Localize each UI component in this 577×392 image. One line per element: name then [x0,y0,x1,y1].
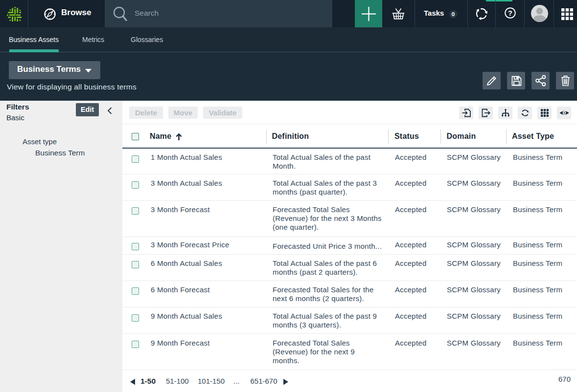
svg-text:?: ? [508,9,512,17]
